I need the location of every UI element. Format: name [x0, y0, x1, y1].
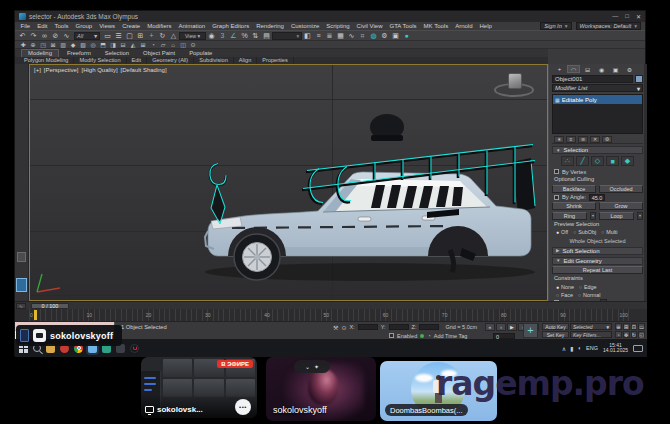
script-tool-icon[interactable]: ✚ [18, 41, 28, 49]
battery-icon[interactable]: ▮ [570, 345, 573, 352]
volume-icon[interactable]: ◖ [577, 345, 581, 351]
undo-icon[interactable]: ↶ [17, 31, 28, 41]
time-caret[interactable] [34, 310, 37, 320]
script-tool-icon[interactable]: ⊙ [188, 41, 198, 49]
minimize-button[interactable]: — [612, 13, 618, 20]
ribbon-group-subdivision[interactable]: Subdivision [194, 57, 234, 64]
select-and-rotate-icon[interactable]: ↻ [157, 31, 168, 41]
menu-arnold[interactable]: Arnold [452, 22, 476, 30]
loop-spinner[interactable]: ▾ [637, 212, 643, 220]
ring-spinner[interactable]: ▾ [590, 212, 596, 220]
angle-snap-icon[interactable]: ∠ [228, 31, 239, 41]
make-unique-icon[interactable]: ⊜ [578, 136, 588, 143]
ribbon-tab-selection[interactable]: Selection [99, 49, 135, 57]
rendered-frame-icon[interactable]: ▣ [390, 31, 401, 41]
script-tool-icon[interactable]: ◆ [68, 41, 78, 49]
key-filters-button[interactable]: Key Filters... [570, 331, 612, 338]
select-by-name-icon[interactable]: ☰ [113, 31, 124, 41]
edge-mode-icon[interactable]: ╱ [576, 156, 589, 166]
script-tool-icon[interactable]: ◳ [38, 41, 48, 49]
select-and-link-icon[interactable]: ∞ [39, 31, 50, 41]
repeat-last-button[interactable]: Repeat Last [552, 266, 643, 274]
viewport-menu-plus[interactable]: [+] [34, 67, 41, 73]
ribbon-tab-object-paint[interactable]: Object Paint [137, 49, 181, 57]
script-tool-icon[interactable]: ▱ [158, 41, 168, 49]
remove-modifier-icon[interactable]: ✕ [590, 136, 600, 143]
zoom-region-icon[interactable]: ▭ [638, 323, 645, 330]
zoom-extents-icon[interactable]: ⊡ [631, 323, 638, 330]
by-angle-checkbox[interactable] [554, 195, 559, 200]
constraint-option-face[interactable]: Face [556, 292, 573, 298]
soft-selection-rollout-header[interactable]: ▶ Soft Selection [552, 247, 643, 255]
y-coordinate-field[interactable] [389, 324, 409, 331]
edit-named-selections-icon[interactable]: ▤ [261, 31, 272, 41]
ribbon-group-geometry-all-[interactable]: Geometry (All) [147, 57, 194, 64]
ribbon-tab-populate[interactable]: Populate [183, 49, 218, 57]
menu-create[interactable]: Create [119, 22, 144, 30]
select-and-scale-icon[interactable]: △ [168, 31, 179, 41]
loop-button[interactable]: Loop [599, 212, 634, 220]
stream-preview-tile[interactable]: В ЭФИРЕ sokolovsk... ••• [141, 357, 257, 418]
preview-option-off[interactable]: Off [556, 229, 568, 235]
panel-scrollbar[interactable] [644, 64, 647, 301]
snaps-toggle-icon[interactable]: 3 [217, 31, 228, 41]
hierarchy-tab-icon[interactable]: ⊟ [581, 65, 594, 73]
stack-item-editable-poly[interactable]: ▦ Editable Poly [553, 95, 642, 104]
object-name-field[interactable]: Object001 [552, 75, 633, 83]
ribbon-group-align[interactable]: Align [234, 57, 257, 64]
maximize-button[interactable]: □ [625, 13, 629, 20]
render-setup-icon[interactable]: ⚙ [379, 31, 390, 41]
edit-geometry-rollout-header[interactable]: ▼ Edit Geometry [552, 257, 643, 265]
menu-views[interactable]: Views [96, 22, 119, 30]
spinner-snap-icon[interactable]: ⇅ [250, 31, 261, 41]
menu-group[interactable]: Group [72, 22, 96, 30]
motion-tab-icon[interactable]: ◉ [595, 65, 608, 73]
pin-stack-icon[interactable]: ∗ [554, 136, 564, 143]
curve-editor-icon[interactable]: ∿ [346, 31, 357, 41]
ribbon-tab-modeling[interactable]: Modeling [21, 49, 59, 57]
orbit-icon[interactable]: ↻ [631, 331, 638, 338]
menu-gta-tools[interactable]: GTA Tools [386, 22, 420, 30]
layer-manager-icon[interactable]: ≣ [324, 31, 335, 41]
pan-icon[interactable]: ✥ [623, 331, 630, 338]
ring-button[interactable]: Ring [552, 212, 587, 220]
by-vertex-checkbox[interactable] [554, 169, 559, 174]
menu-scripting[interactable]: Scripting [323, 22, 353, 30]
ribbon-toggle-icon[interactable]: ▦ [335, 31, 346, 41]
constraint-option-edge[interactable]: Edge [579, 284, 597, 290]
mirror-icon[interactable]: ◧ [302, 31, 313, 41]
preview-option-multi[interactable]: Multi [601, 229, 617, 235]
unlink-selection-icon[interactable]: ⊘ [50, 31, 61, 41]
viewcube-cube[interactable] [508, 73, 522, 89]
object-color-swatch[interactable] [635, 75, 643, 83]
script-tool-icon[interactable]: ◭ [128, 41, 138, 49]
viewport-menu-shading[interactable]: [Default Shading] [121, 67, 167, 73]
touch-keyboard-icon[interactable] [633, 345, 643, 352]
redo-icon[interactable]: ↷ [28, 31, 39, 41]
chevron-down-icon[interactable]: ⌄ [305, 364, 310, 370]
taskbar-clock[interactable]: 15:41 14.01.2025 [603, 343, 628, 354]
set-keys-button[interactable]: + [523, 323, 538, 338]
polygon-mode-icon[interactable]: ■ [606, 156, 619, 166]
tile-actions[interactable]: ⌄ ✦ [294, 360, 330, 373]
script-tool-icon[interactable]: ⊞ [138, 41, 148, 49]
perspective-viewport[interactable]: [+] [Perspective] [High Quality] [Defaul… [29, 64, 548, 301]
backface-button[interactable]: Backface [552, 185, 596, 193]
create-tab-icon[interactable]: + [553, 65, 566, 73]
selection-lock-icon[interactable]: ⊙ [341, 324, 346, 331]
window-crossing-icon[interactable]: ⊞ [135, 31, 146, 41]
viewport-menu-view[interactable]: [Perspective] [44, 67, 79, 73]
operagx-app-icon[interactable] [130, 344, 139, 353]
stream-tooltip[interactable]: sokolovskyoff [16, 325, 122, 346]
preview-option-subobj[interactable]: SubObj [573, 229, 596, 235]
auto-key-button[interactable]: Auto Key [542, 323, 569, 330]
border-mode-icon[interactable]: ◇ [591, 156, 604, 166]
close-button[interactable]: ✕ [636, 13, 641, 20]
signin-dropdown[interactable]: Sign In ▾ [540, 22, 571, 30]
element-mode-icon[interactable]: ◆ [621, 156, 634, 166]
go-to-start-icon[interactable]: « [485, 323, 495, 331]
menu-mk-tools[interactable]: MK Tools [420, 22, 452, 30]
menu-help[interactable]: Help [476, 22, 495, 30]
script-tool-icon[interactable]: ◎ [88, 41, 98, 49]
ribbon-group-properties[interactable]: Properties [257, 57, 294, 64]
